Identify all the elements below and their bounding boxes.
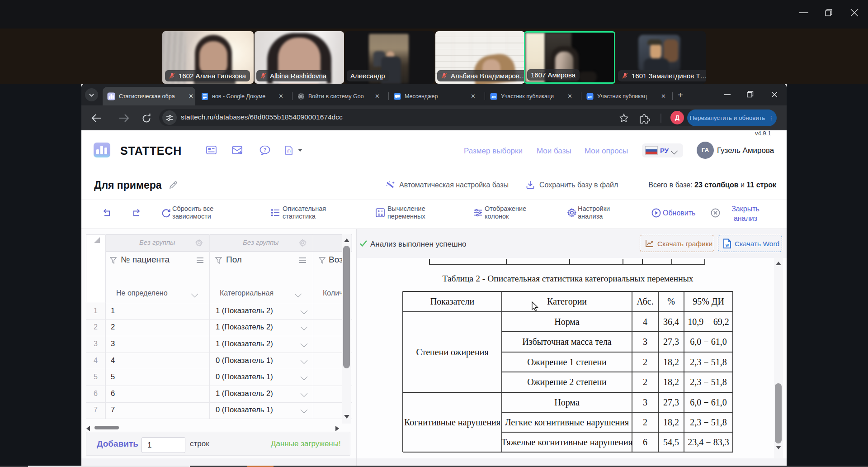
svg-text:zm: zm (588, 95, 592, 98)
svg-text:?: ? (264, 147, 267, 152)
svg-text:zm: zm (491, 95, 496, 98)
svg-text:w: w (725, 243, 729, 248)
svg-text:(i): (i) (287, 149, 291, 153)
